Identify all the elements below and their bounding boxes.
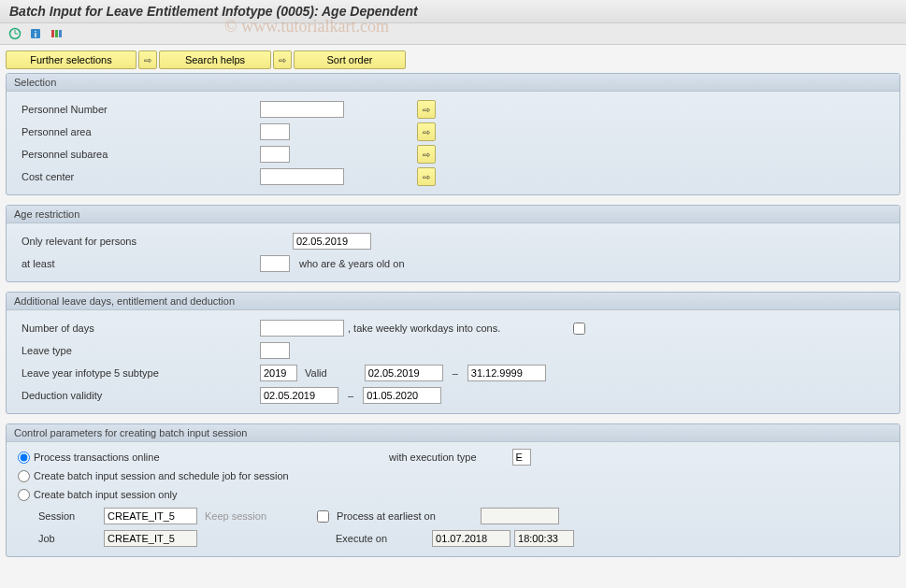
multiple-selection-icon[interactable]: ⇨ — [417, 167, 436, 186]
process-online-label: Process transactions online — [34, 452, 389, 463]
deduction-from-input[interactable] — [260, 387, 338, 404]
valid-label: Valid — [305, 367, 327, 379]
age-restriction-panel: Age restriction Only relevant for person… — [6, 205, 900, 282]
deduction-validity-label: Deduction validity — [18, 390, 256, 401]
leave-year-input[interactable] — [260, 365, 297, 381]
cost-center-input[interactable] — [260, 168, 344, 185]
cost-center-label: Cost center — [18, 171, 256, 182]
leave-type-label: Leave type — [18, 345, 256, 356]
execute-time-input[interactable] — [514, 530, 574, 547]
at-least-label: at least — [18, 258, 256, 269]
valid-to-input[interactable] — [467, 365, 546, 381]
process-earliest-input[interactable] — [481, 508, 559, 524]
create-schedule-radio[interactable] — [18, 470, 30, 482]
job-input[interactable] — [104, 530, 197, 547]
selection-panel: Selection Personnel Number ⇨ Personnel a… — [6, 73, 900, 195]
deduction-to-input[interactable] — [363, 387, 441, 404]
multiple-selection-icon[interactable]: ⇨ — [417, 100, 436, 119]
svg-rect-6 — [55, 30, 58, 37]
leave-year-label: Leave year infotype 5 subtype — [18, 367, 256, 379]
control-parameters-panel: Control parameters for creating batch in… — [6, 423, 900, 557]
variants-icon[interactable] — [49, 26, 64, 41]
valid-from-input[interactable] — [365, 365, 443, 381]
arrow-icon[interactable]: ⇨ — [273, 50, 292, 69]
who-are-label: who are & years old on — [299, 258, 405, 269]
create-only-label: Create batch input session only — [34, 489, 177, 500]
only-relevant-label: Only relevant for persons — [18, 236, 289, 247]
personnel-number-label: Personnel Number — [18, 104, 256, 115]
toolbar: i — [0, 23, 906, 45]
multiple-selection-icon[interactable]: ⇨ — [417, 145, 436, 164]
process-earliest-checkbox[interactable] — [317, 510, 329, 523]
svg-text:i: i — [35, 30, 37, 39]
personnel-subarea-label: Personnel subarea — [18, 149, 256, 160]
multiple-selection-icon[interactable]: ⇨ — [417, 122, 436, 141]
dash: – — [453, 367, 458, 379]
take-weekly-checkbox[interactable] — [573, 323, 585, 335]
execute-icon[interactable] — [7, 26, 22, 41]
panel-title: Additional leave days, entitlement and d… — [7, 293, 899, 310]
further-selections-button[interactable]: Further selections — [6, 50, 137, 69]
personnel-area-input[interactable] — [260, 123, 290, 140]
take-weekly-label: , take weekly workdays into cons. — [348, 323, 500, 334]
personnel-number-input[interactable] — [260, 101, 344, 118]
additional-leave-panel: Additional leave days, entitlement and d… — [6, 292, 900, 414]
arrow-icon[interactable]: ⇨ — [138, 50, 157, 69]
number-of-days-label: Number of days — [18, 323, 256, 334]
info-icon[interactable]: i — [28, 26, 43, 41]
svg-rect-7 — [59, 30, 62, 37]
execute-date-input[interactable] — [432, 530, 511, 547]
session-label: Session — [35, 510, 100, 522]
process-online-radio[interactable] — [18, 452, 30, 464]
personnel-subarea-input[interactable] — [260, 146, 290, 163]
selection-buttons: Further selections ⇨ Search helps ⇨ Sort… — [6, 50, 900, 69]
process-earliest-label: Process at earliest on — [337, 510, 436, 522]
sort-order-button[interactable]: Sort order — [294, 50, 406, 69]
leave-type-input[interactable] — [260, 342, 290, 359]
dash: – — [348, 390, 353, 401]
search-helps-button[interactable]: Search helps — [159, 50, 271, 69]
create-only-radio[interactable] — [18, 489, 30, 501]
execute-on-label: Execute on — [336, 533, 387, 544]
at-least-input[interactable] — [260, 255, 290, 272]
panel-title: Age restriction — [7, 206, 899, 223]
personnel-area-label: Personnel area — [18, 126, 256, 137]
create-schedule-label: Create batch input session and schedule … — [34, 470, 289, 481]
relevant-date-input[interactable] — [293, 233, 371, 250]
session-input[interactable] — [104, 508, 197, 524]
panel-title: Selection — [7, 74, 899, 92]
number-of-days-input[interactable] — [260, 320, 344, 337]
exec-type-input[interactable] — [512, 449, 531, 466]
svg-rect-5 — [51, 30, 54, 37]
with-exec-type-label: with execution type — [389, 452, 477, 463]
panel-title: Control parameters for creating batch in… — [7, 424, 899, 442]
keep-session-label: Keep session — [205, 510, 266, 522]
job-label: Job — [35, 533, 100, 544]
page-title: Batch Input for Leave Entitlement Infoty… — [0, 0, 906, 23]
